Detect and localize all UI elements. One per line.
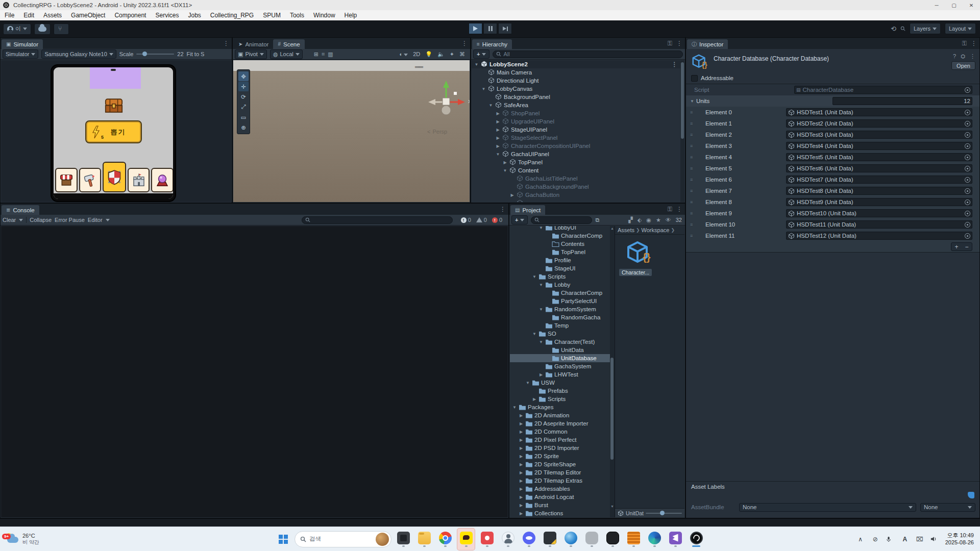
menu-help[interactable]: Help xyxy=(340,10,362,20)
tab-project[interactable]: ▤ Project xyxy=(510,205,545,215)
project-tree-row[interactable]: UnitDatabase xyxy=(510,354,610,362)
project-tree-row[interactable]: CharacterComp xyxy=(510,232,610,240)
kebab-menu-icon[interactable]: ⋮ xyxy=(970,53,975,60)
project-tree-row[interactable]: ▶2D Tilemap Editor xyxy=(510,468,610,477)
expand-arrow-icon[interactable]: ▼ xyxy=(481,87,486,91)
menu-jobs[interactable]: Jobs xyxy=(183,10,205,20)
drag-handle-icon[interactable]: ≡ xyxy=(690,121,697,126)
tray-expand-icon[interactable]: ∧ xyxy=(856,536,865,543)
thumbnail-size-slider[interactable] xyxy=(646,513,682,514)
menu-assets[interactable]: Assets xyxy=(39,10,66,20)
weather-widget[interactable]: 9+ 26°C 비 약간 xyxy=(0,533,61,546)
kebab-menu-icon[interactable]: ⋮ xyxy=(676,40,682,47)
contacts-app[interactable] xyxy=(499,528,517,550)
project-tree-row[interactable]: ▼SO xyxy=(510,330,610,338)
layout-dropdown[interactable]: Layout xyxy=(945,23,976,34)
project-tree-row[interactable]: ▼Lobby xyxy=(510,281,610,289)
chrome-browser[interactable] xyxy=(436,528,454,550)
unit-object-field[interactable]: HSDTest8 (Unit Data) xyxy=(786,187,972,195)
assetbundle-variant-dropdown[interactable]: None xyxy=(920,503,975,512)
unit-object-field[interactable]: HSDTest3 (Unit Data) xyxy=(786,131,972,139)
device-dropdown[interactable]: Samsung Galaxy Note10 xyxy=(41,49,116,59)
unit-object-field[interactable]: HSDTest4 (Unit Data) xyxy=(786,142,972,150)
unit-object-field[interactable]: HSDTest10 (Unit Data) xyxy=(786,209,972,217)
speaker-icon[interactable] xyxy=(930,536,939,542)
project-tree-row[interactable]: ▶2D PSD Importer xyxy=(510,444,610,452)
browser-app[interactable] xyxy=(561,528,580,550)
expand-arrow-icon[interactable]: ▶ xyxy=(538,372,544,377)
expand-arrow-icon[interactable]: ▶ xyxy=(519,503,524,508)
tab-scene[interactable]: # Scene xyxy=(273,39,304,49)
hierarchy-row[interactable]: ▼SafeArea xyxy=(472,101,680,109)
unit-object-field[interactable]: HSDTest7 (Unit Data) xyxy=(786,176,972,184)
note-app[interactable] xyxy=(541,528,559,550)
taskbar-clock[interactable]: 오후 10:49 2025-08-26 xyxy=(945,532,974,546)
object-picker-icon[interactable] xyxy=(965,121,970,127)
project-tree-row[interactable]: ▶2D Animation xyxy=(510,411,610,419)
cloud-button[interactable] xyxy=(34,23,51,35)
scroll-down-icon[interactable]: ▼ xyxy=(610,505,614,508)
drag-handle-icon[interactable]: ≡ xyxy=(690,143,697,148)
visual-studio[interactable] xyxy=(666,528,684,550)
hierarchy-row[interactable]: GachaBackgroundPanel xyxy=(472,183,680,191)
project-tree-row[interactable]: ▶Addressables xyxy=(510,485,610,493)
hierarchy-row[interactable]: ▶UpgradeUIPanel xyxy=(472,117,680,126)
console-log-area[interactable] xyxy=(1,226,508,517)
expand-arrow-icon[interactable]: ▶ xyxy=(519,413,524,418)
expand-arrow-icon[interactable]: ▶ xyxy=(532,397,537,402)
upgrade-nav-button[interactable] xyxy=(79,168,102,192)
scale-slider[interactable] xyxy=(136,54,174,55)
fit-to-screen-button[interactable]: Fit to S xyxy=(187,51,205,57)
view-hand-tool[interactable]: ✥ xyxy=(238,71,249,81)
project-tree-row[interactable]: ▶2D SpriteShape xyxy=(510,460,610,468)
menu-component[interactable]: Component xyxy=(110,10,151,20)
scene-audio-icon[interactable]: 🔈 xyxy=(437,51,445,58)
stage-nav-button[interactable] xyxy=(128,168,150,192)
expand-arrow-icon[interactable]: ▶ xyxy=(519,462,524,467)
touchpad-icon[interactable]: ⌧ xyxy=(916,536,924,543)
object-picker-icon[interactable] xyxy=(965,166,970,171)
microphone-icon[interactable] xyxy=(886,536,894,542)
hierarchy-row[interactable]: ▼LobbyScene2⋮ xyxy=(472,60,680,68)
transform-tool[interactable]: ⊕ xyxy=(238,122,249,132)
project-tree-row[interactable]: Temp xyxy=(510,321,610,330)
gallery-app[interactable] xyxy=(394,528,412,550)
project-tree-row[interactable]: UnitData xyxy=(510,346,610,354)
expand-arrow-icon[interactable]: ▶ xyxy=(519,487,524,491)
tab-console[interactable]: ≣ Console xyxy=(2,205,39,215)
project-tree-row[interactable]: ▶Android Logcat xyxy=(510,493,610,501)
shading-mode-icon[interactable]: ◐ xyxy=(400,51,408,57)
project-tree-row[interactable]: Profile xyxy=(510,256,610,264)
kebab-menu-icon[interactable]: ⋮ xyxy=(500,206,506,213)
kebab-menu-icon[interactable]: ⋮ xyxy=(223,40,229,47)
scene-viewport[interactable]: ══ ✥ ✛ ⟳ ⤢ ▭ ⊕ xyxy=(233,60,470,202)
unit-object-field[interactable]: HSDTest2 (Unit Data) xyxy=(786,119,972,128)
project-tree-row[interactable]: ▼LobbyUI xyxy=(510,226,610,232)
script-field[interactable]: ▤ CharacterDatabase xyxy=(794,86,972,94)
account-button[interactable]: 이 xyxy=(3,23,31,35)
simulator-mode-dropdown[interactable]: Simulator xyxy=(3,49,38,59)
kebab-menu-icon[interactable]: ⋮ xyxy=(971,40,977,47)
object-picker-icon[interactable] xyxy=(965,110,970,115)
dnd-icon[interactable]: ⊘ xyxy=(871,536,879,543)
edge-browser[interactable] xyxy=(645,528,664,550)
project-tree-row[interactable]: ▼RandomSystem xyxy=(510,305,610,313)
kakaotalk[interactable] xyxy=(457,528,475,550)
hierarchy-row[interactable]: Directional Light xyxy=(472,77,680,85)
start-button[interactable] xyxy=(275,529,292,549)
object-picker-icon[interactable] xyxy=(965,87,970,93)
expand-arrow-icon[interactable]: ▼ xyxy=(525,381,530,385)
search-icon[interactable] xyxy=(900,26,905,31)
gacha-nav-button[interactable] xyxy=(151,168,173,192)
rotate-tool[interactable]: ⟳ xyxy=(238,92,249,102)
expand-arrow-icon[interactable]: ▶ xyxy=(495,128,501,132)
expand-arrow-icon[interactable]: ▶ xyxy=(519,446,524,450)
expand-arrow-icon[interactable]: ▼ xyxy=(538,307,544,312)
remove-element-button[interactable]: − xyxy=(962,243,972,251)
close-button[interactable]: ✕ xyxy=(963,0,980,10)
rect-tool[interactable]: ▭ xyxy=(238,112,249,122)
project-tree-row[interactable]: CharacterComp xyxy=(510,289,610,297)
menu-collecting-rpg[interactable]: Collecting_RPG xyxy=(206,10,258,20)
grid-snap-icon[interactable]: ⊞ xyxy=(314,51,318,58)
object-picker-icon[interactable] xyxy=(965,222,970,228)
